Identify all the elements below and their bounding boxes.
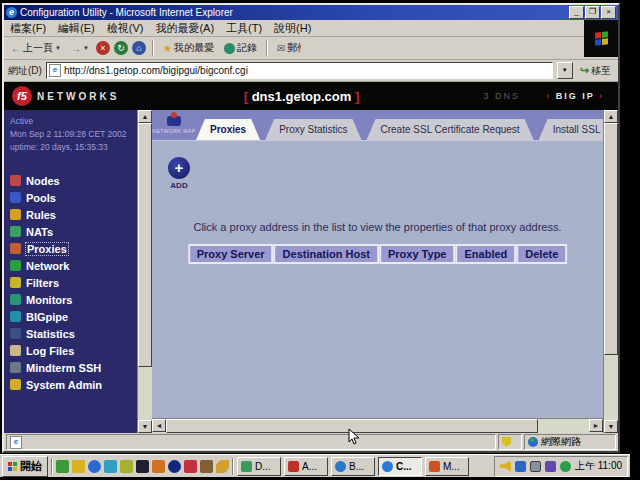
tray-app-icon[interactable] [545, 461, 556, 472]
add-proxy-button[interactable]: + [168, 157, 190, 179]
sidebar-item-nodes[interactable]: Nodes [10, 172, 137, 189]
mouse-cursor [348, 428, 360, 446]
taskbar-window-button-5[interactable]: M... [425, 457, 469, 476]
sidebar-item-pools[interactable]: Pools [10, 189, 137, 206]
horizontal-scrollbar[interactable]: ◄ ► [152, 418, 603, 433]
menu-help[interactable]: 說明(H) [274, 21, 311, 36]
tab-proxy-statistics[interactable]: Proxy Statistics [265, 119, 361, 140]
status-security-pane [498, 434, 522, 450]
stop-button[interactable]: × [96, 41, 110, 55]
sidebar-item-log-files[interactable]: Log Files [10, 342, 137, 359]
banner-3dns-link[interactable]: 3 DNS [484, 91, 521, 101]
quick-launch-icon[interactable] [56, 460, 69, 473]
sidebar-item-nats[interactable]: NATs [10, 223, 137, 240]
quick-launch-icon[interactable] [184, 460, 197, 473]
back-dropdown-icon[interactable]: ▼ [55, 45, 61, 51]
volume-icon[interactable] [500, 461, 511, 472]
scroll-up-icon[interactable]: ▲ [604, 110, 618, 123]
taskbar-window-button-4[interactable]: C... [378, 457, 422, 476]
sidebar-scrollbar[interactable]: ▲ ▼ [137, 110, 152, 433]
scroll-right-icon[interactable]: ► [589, 419, 603, 432]
sidebar-item-statistics[interactable]: Statistics [10, 325, 137, 342]
forward-dropdown-icon[interactable]: ▼ [83, 45, 89, 51]
go-arrow-icon: ↪ [580, 64, 589, 77]
minimize-button[interactable]: _ [569, 6, 584, 19]
quick-launch-icon[interactable] [104, 460, 117, 473]
scroll-left-icon[interactable]: ◄ [152, 419, 166, 432]
back-button[interactable]: ← 上一頁 ▼ [8, 40, 64, 56]
bigpipe-icon [10, 311, 21, 322]
go-button[interactable]: ↪ 移至 [577, 64, 614, 78]
quick-launch-icon[interactable] [200, 460, 213, 473]
window-icon [429, 461, 440, 472]
messenger-icon[interactable] [515, 461, 526, 472]
browser-toolbar: ← 上一頁 ▼ → ▼ × ↻ ⌂ ★ 我的最愛 記錄 ✉ 郵 [4, 37, 618, 60]
content-row: Active Mon Sep 2 11:09:28 CET 2002 uptim… [4, 110, 618, 433]
address-input[interactable]: e http://dns1.getop.com/bigipgui/bigconf… [46, 62, 553, 79]
menu-edit[interactable]: 編輯(E) [58, 21, 95, 36]
network-status-icon[interactable] [560, 461, 571, 472]
quick-launch-icon[interactable] [72, 460, 85, 473]
address-url: http://dns1.getop.com/bigipgui/bigconf.c… [64, 65, 248, 76]
scroll-down-icon[interactable]: ▼ [604, 420, 618, 433]
quick-launch-icon[interactable] [120, 460, 133, 473]
sidebar-item-network[interactable]: Network [10, 257, 137, 274]
sidebar-scroll-track[interactable] [138, 123, 152, 420]
quick-launch-bar [56, 460, 229, 473]
address-dropdown-icon[interactable]: ▼ [557, 62, 573, 79]
mail-button[interactable]: ✉ 郵件 [274, 40, 304, 56]
proxy-table-header: Proxy Server Destination Host Proxy Type… [188, 244, 568, 264]
taskbar-window-button-1[interactable]: D... [237, 457, 281, 476]
sidebar-item-bigpipe[interactable]: BIGpipe [10, 308, 137, 325]
h-scroll-track[interactable] [166, 419, 589, 433]
history-button[interactable]: 記錄 [221, 40, 260, 56]
home-button[interactable]: ⌂ [132, 41, 146, 55]
sidebar-item-proxies[interactable]: Proxies [10, 240, 137, 257]
quick-launch-icon[interactable] [136, 460, 149, 473]
sidebar-scroll-thumb[interactable] [138, 123, 152, 367]
menu-tools[interactable]: 工具(T) [226, 21, 262, 36]
tab-strip: NETWORK MAP Proxies Proxy Statistics Cre… [152, 110, 603, 141]
page-vertical-scrollbar[interactable]: ▲ ▼ [603, 110, 618, 433]
sidebar-item-filters[interactable]: Filters [10, 274, 137, 291]
taskbar-clock: 上午 11:00 [575, 459, 622, 473]
scroll-up-icon[interactable]: ▲ [138, 110, 152, 123]
quick-launch-icon[interactable] [216, 460, 229, 473]
favorites-button[interactable]: ★ 我的最愛 [160, 40, 217, 56]
sidebar-item-system-admin[interactable]: System Admin [10, 376, 137, 393]
tab-proxies[interactable]: Proxies [196, 119, 260, 140]
start-button[interactable]: 開始 [2, 456, 48, 477]
desktop-screen: e Configuration Utility - Microsoft Inte… [0, 0, 640, 480]
forward-button[interactable]: → ▼ [68, 42, 92, 55]
tab-create-ssl-certificate-request[interactable]: Create SSL Certificate Request [367, 119, 534, 140]
quick-launch-icon[interactable] [88, 460, 101, 473]
tab-install-ssl-certificate[interactable]: Install SSL Certif [539, 119, 603, 140]
column-destination-host: Destination Host [274, 244, 379, 264]
quick-launch-icon[interactable] [152, 460, 165, 473]
banner-right-nav: 3 DNS ‹ BIG IP › [484, 91, 604, 101]
menu-favorites[interactable]: 我的最愛(A) [155, 21, 214, 36]
banner-bigip-link[interactable]: ‹ BIG IP › [546, 91, 604, 101]
rules-icon [10, 209, 21, 220]
display-icon[interactable] [530, 461, 541, 472]
taskbar-window-button-3[interactable]: B... [331, 457, 375, 476]
taskbar: 開始 D... A... B... C... M... 上午 1 [0, 454, 630, 477]
f5-brand-text: NETWORKS [37, 91, 119, 102]
taskbar-window-button-2[interactable]: A... [284, 457, 328, 476]
sidebar-item-rules[interactable]: Rules [10, 206, 137, 223]
scroll-down-icon[interactable]: ▼ [138, 420, 152, 433]
title-bar[interactable]: e Configuration Utility - Microsoft Inte… [4, 5, 618, 20]
network-map-button[interactable]: NETWORK MAP [152, 110, 196, 140]
sidebar-item-monitors[interactable]: Monitors [10, 291, 137, 308]
v-scroll-track[interactable] [604, 123, 618, 420]
zone-label: 網際網路 [541, 435, 581, 449]
maximize-button[interactable]: ❐ [585, 6, 600, 19]
quick-launch-icon[interactable] [168, 460, 181, 473]
menu-view[interactable]: 檢視(V) [107, 21, 144, 36]
close-button[interactable]: × [601, 6, 616, 19]
sidebar-item-mindterm-ssh[interactable]: Mindterm SSH [10, 359, 137, 376]
menu-file[interactable]: 檔案(F) [10, 21, 46, 36]
internet-globe-icon [528, 437, 538, 447]
refresh-button[interactable]: ↻ [114, 41, 128, 55]
v-scroll-thumb[interactable] [604, 123, 618, 355]
